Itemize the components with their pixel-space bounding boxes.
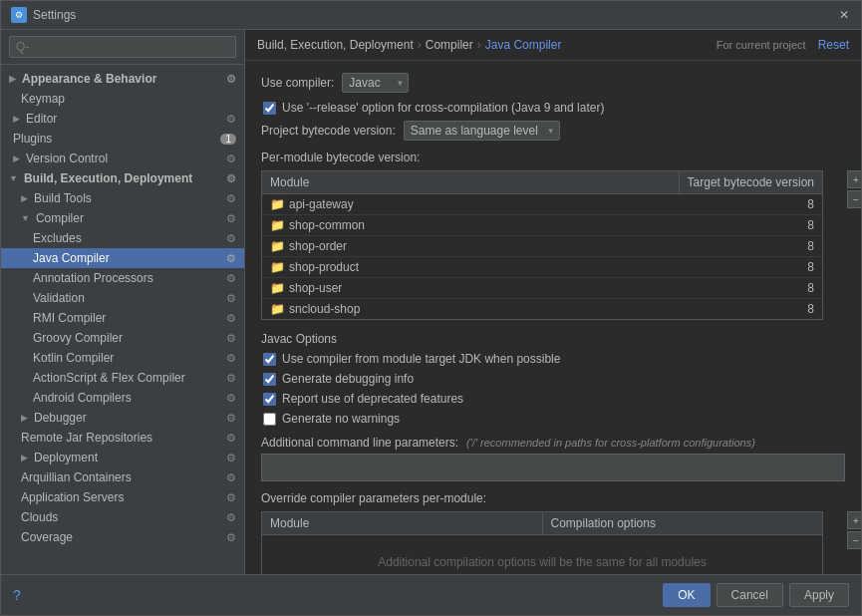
sidebar-item-annotation[interactable]: Annotation Processors ⚙ [1, 268, 244, 288]
gear-icon: ⚙ [226, 153, 236, 165]
sidebar-item-app-servers[interactable]: Application Servers ⚙ [1, 487, 244, 507]
gear-icon: ⚙ [226, 491, 236, 504]
override-empty-message: Additional compilation options will be t… [262, 535, 822, 574]
content-area: ▶ Appearance & Behavior ⚙ Keymap ▶ Edito… [1, 30, 861, 574]
gear-icon: ⚙ [226, 352, 236, 365]
table-row: 📁shop-user 8 [262, 278, 822, 299]
option-row-1: Use compiler from module target JDK when… [261, 352, 845, 366]
nav-tree: ▶ Appearance & Behavior ⚙ Keymap ▶ Edito… [1, 65, 244, 574]
sidebar-item-build[interactable]: ▼ Build, Execution, Deployment ⚙ [1, 168, 244, 188]
option-checkbox-1[interactable] [263, 353, 276, 366]
module-version: 8 [799, 215, 822, 235]
sidebar-item-label: Deployment [34, 451, 98, 464]
option-label-1: Use compiler from module target JDK when… [282, 352, 560, 366]
compiler-select[interactable]: Javac Eclipse Ajc [342, 73, 409, 93]
sidebar-item-editor[interactable]: ▶ Editor ⚙ [1, 109, 244, 129]
add-override-button[interactable]: + [847, 511, 861, 529]
sidebar-item-label: Debugger [34, 411, 87, 425]
option-row-4: Generate no warnings [261, 412, 845, 426]
panel-content: Use compiler: Javac Eclipse Ajc Use '--r… [245, 61, 861, 574]
sidebar-item-rmi[interactable]: RMI Compiler ⚙ [1, 308, 244, 328]
option-label-2: Generate debugging info [282, 372, 414, 386]
release-option-checkbox[interactable] [263, 102, 276, 115]
table-row: 📁sncloud-shop 8 [262, 299, 822, 319]
sidebar-item-label: Coverage [21, 530, 73, 544]
per-module-title: Per-module bytecode version: [261, 151, 845, 164]
option-checkbox-4[interactable] [263, 413, 276, 426]
sidebar-item-debugger[interactable]: ▶ Debugger ⚙ [1, 408, 244, 428]
table-row: 📁shop-common 8 [262, 215, 822, 236]
arrow-icon: ▶ [9, 74, 16, 84]
sidebar-item-excludes[interactable]: Excludes ⚙ [1, 228, 244, 248]
sidebar-item-label: Keymap [21, 92, 65, 106]
settings-dialog: ⚙ Settings ✕ ▶ Appearance & Behavior ⚙ [0, 0, 862, 616]
javac-options-section: Javac Options Use compiler from module t… [261, 332, 845, 426]
module-name: 📁shop-user [262, 278, 799, 298]
sidebar-item-arquillian[interactable]: Arquillian Containers ⚙ [1, 467, 244, 487]
table-row: 📁api-gateway 8 [262, 194, 822, 215]
cmdline-label-row: Additional command line parameters: ('/'… [261, 436, 845, 450]
ok-button[interactable]: OK [663, 583, 710, 607]
breadcrumb-part-1: Build, Execution, Deployment [257, 38, 414, 52]
sidebar-item-label: Clouds [21, 510, 58, 524]
remove-override-button[interactable]: − [847, 531, 861, 549]
sidebar-item-clouds[interactable]: Clouds ⚙ [1, 507, 244, 527]
cmdline-input[interactable] [261, 454, 845, 481]
sidebar-item-remote-jar[interactable]: Remote Jar Repositories ⚙ [1, 428, 244, 448]
sidebar-item-groovy[interactable]: Groovy Compiler ⚙ [1, 328, 244, 348]
folder-icon: 📁 [270, 281, 285, 295]
compiler-select-wrapper: Javac Eclipse Ajc [342, 73, 409, 93]
help-button[interactable]: ? [13, 587, 21, 603]
gear-icon: ⚙ [226, 113, 236, 126]
gear-icon: ⚙ [226, 511, 236, 524]
add-module-button[interactable]: + [847, 170, 861, 188]
sidebar-item-java-compiler[interactable]: Java Compiler ⚙ [1, 248, 244, 268]
sidebar-item-deployment[interactable]: ▶ Deployment ⚙ [1, 448, 244, 467]
sidebar-item-keymap[interactable]: Keymap [1, 89, 244, 109]
cmdline-label: Additional command line parameters: [261, 436, 458, 450]
breadcrumb-right: For current project Reset [717, 38, 849, 52]
sidebar-item-kotlin[interactable]: Kotlin Compiler ⚙ [1, 348, 244, 368]
arrow-icon: ▼ [21, 213, 30, 223]
cmdline-hint: ('/' recommended in paths for cross-plat… [466, 437, 755, 449]
sidebar-item-compiler[interactable]: ▼ Compiler ⚙ [1, 208, 244, 228]
close-button[interactable]: ✕ [837, 8, 851, 22]
sidebar-item-validation[interactable]: Validation ⚙ [1, 288, 244, 308]
folder-icon: 📁 [270, 302, 285, 316]
sidebar-item-build-tools[interactable]: ▶ Build Tools ⚙ [1, 188, 244, 208]
sidebar-item-actionscript[interactable]: ActionScript & Flex Compiler ⚙ [1, 368, 244, 388]
table-actions: + − [847, 170, 861, 208]
use-compiler-row: Use compiler: Javac Eclipse Ajc [261, 73, 845, 93]
title-bar: ⚙ Settings ✕ [1, 1, 861, 30]
release-option-row: Use '--release' option for cross-compila… [261, 101, 845, 115]
sidebar-item-appearance[interactable]: ▶ Appearance & Behavior ⚙ [1, 69, 244, 89]
title-bar-left: ⚙ Settings [11, 7, 76, 23]
sidebar-item-plugins[interactable]: Plugins 1 [1, 129, 244, 149]
gear-icon: ⚙ [226, 172, 236, 185]
sidebar-item-coverage[interactable]: Coverage ⚙ [1, 527, 244, 547]
bytecode-version-row: Project bytecode version: Same as langua… [261, 121, 845, 141]
search-input[interactable] [9, 36, 236, 58]
gear-icon: ⚙ [226, 432, 236, 445]
sidebar-item-android[interactable]: Android Compilers ⚙ [1, 388, 244, 408]
option-checkbox-2[interactable] [263, 373, 276, 386]
override-label: Override compiler parameters per-module: [261, 491, 486, 505]
sidebar-item-label: Remote Jar Repositories [21, 431, 152, 445]
remove-module-button[interactable]: − [847, 190, 861, 208]
override-col-module: Module [262, 512, 543, 534]
gear-icon: ⚙ [226, 212, 236, 225]
sidebar-item-vcs[interactable]: ▶ Version Control ⚙ [1, 149, 244, 168]
bytecode-version-select[interactable]: Same as language level 8 11 17 [404, 121, 560, 141]
option-checkbox-3[interactable] [263, 393, 276, 406]
gear-icon: ⚙ [226, 292, 236, 305]
apply-button[interactable]: Apply [789, 583, 849, 607]
module-name: 📁shop-product [262, 257, 799, 277]
override-label-row: Override compiler parameters per-module: [261, 491, 845, 505]
window-controls: ✕ [837, 8, 851, 22]
table-row: 📁shop-product 8 [262, 257, 822, 278]
bottom-bar: ? OK Cancel Apply [1, 574, 861, 615]
reset-link[interactable]: Reset [818, 38, 849, 52]
arrow-icon: ▶ [13, 114, 20, 124]
cancel-button[interactable]: Cancel [717, 583, 783, 607]
module-table: Module Target bytecode version 📁api-gate… [261, 170, 823, 320]
